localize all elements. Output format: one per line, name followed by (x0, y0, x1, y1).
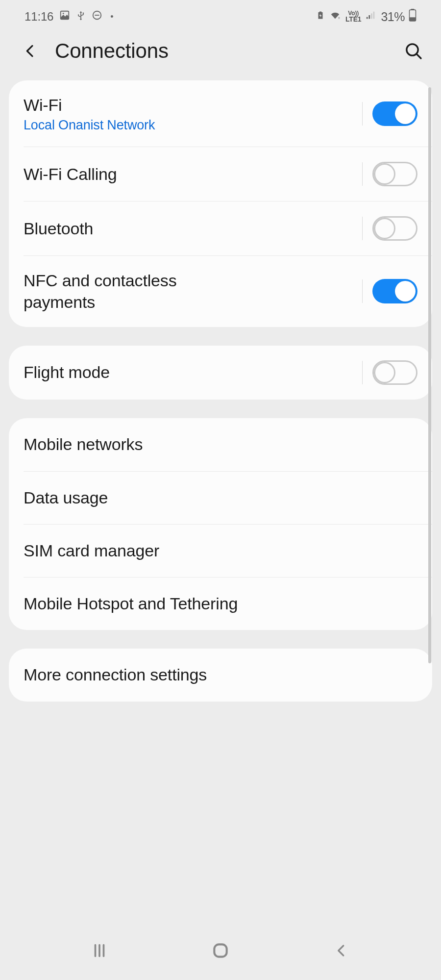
dnd-icon (92, 10, 102, 24)
usb-icon (76, 9, 86, 24)
nfc-title: NFC and contactless payments (24, 270, 234, 313)
divider (362, 217, 363, 240)
wifi-icon: + (329, 10, 342, 24)
row-mobile-networks[interactable]: Mobile networks (9, 418, 432, 471)
divider (362, 279, 363, 303)
bluetooth-toggle[interactable] (372, 216, 417, 241)
flight-mode-toggle[interactable] (372, 360, 417, 385)
svg-line-13 (416, 54, 421, 58)
wifi-calling-title: Wi-Fi Calling (24, 163, 362, 185)
svg-point-1 (63, 13, 64, 14)
image-icon (59, 10, 70, 24)
scroll-indicator (428, 87, 431, 663)
more-settings-title: More connection settings (24, 664, 417, 685)
wifi-subtitle: Local Onanist Network (24, 118, 362, 133)
svg-text:+: + (338, 16, 340, 21)
card-connections-main: Wi-Fi Local Onanist Network Wi-Fi Callin… (9, 80, 432, 327)
status-time: 11:16 (24, 10, 53, 24)
signal-icon (365, 10, 377, 24)
page-title: Connections (55, 39, 389, 63)
wifi-calling-toggle[interactable] (372, 162, 417, 186)
row-flight-mode[interactable]: Flight mode (9, 346, 432, 400)
divider (362, 361, 363, 384)
flight-mode-title: Flight mode (24, 361, 362, 383)
row-wifi-calling[interactable]: Wi-Fi Calling (24, 147, 432, 201)
recents-button[interactable] (85, 936, 114, 965)
nav-bar (0, 931, 441, 980)
svg-rect-7 (371, 13, 372, 19)
row-bluetooth[interactable]: Bluetooth (24, 201, 432, 255)
svg-rect-6 (369, 15, 370, 19)
status-bar: 11:16 • + Vo)) LTE1 (0, 0, 441, 28)
wifi-title: Wi-Fi (24, 94, 362, 116)
nav-back-button[interactable] (327, 936, 356, 965)
app-bar: Connections (0, 28, 441, 80)
row-hotspot[interactable]: Mobile Hotspot and Tethering (24, 577, 432, 630)
back-button[interactable] (19, 39, 42, 63)
bluetooth-title: Bluetooth (24, 218, 362, 239)
settings-content: Wi-Fi Local Onanist Network Wi-Fi Callin… (0, 80, 441, 931)
svg-rect-17 (214, 944, 226, 956)
nfc-toggle[interactable] (372, 279, 417, 303)
battery-icon (409, 9, 416, 25)
search-button[interactable] (402, 39, 425, 63)
svg-rect-11 (410, 17, 416, 21)
row-sim-manager[interactable]: SIM card manager (24, 524, 432, 577)
wifi-toggle[interactable] (372, 101, 417, 126)
divider (362, 162, 363, 186)
battery-percent: 31% (381, 10, 405, 24)
svg-rect-8 (373, 12, 375, 19)
home-button[interactable] (206, 936, 235, 965)
data-usage-title: Data usage (24, 487, 417, 508)
sim-manager-title: SIM card manager (24, 540, 417, 561)
card-mobile: Mobile networks Data usage SIM card mana… (9, 418, 432, 630)
card-more: More connection settings (9, 649, 432, 702)
mobile-networks-title: Mobile networks (24, 433, 417, 455)
volte-indicator: Vo)) LTE1 (345, 11, 362, 22)
row-nfc[interactable]: NFC and contactless payments (24, 255, 432, 327)
hotspot-title: Mobile Hotspot and Tethering (24, 593, 417, 614)
divider (362, 102, 363, 126)
row-wifi[interactable]: Wi-Fi Local Onanist Network (9, 80, 432, 147)
card-flight-mode: Flight mode (9, 346, 432, 400)
row-more-settings[interactable]: More connection settings (9, 649, 432, 702)
svg-rect-5 (367, 17, 368, 19)
dot-icon: • (110, 12, 113, 22)
row-data-usage[interactable]: Data usage (24, 471, 432, 524)
battery-saver-icon (316, 10, 325, 24)
